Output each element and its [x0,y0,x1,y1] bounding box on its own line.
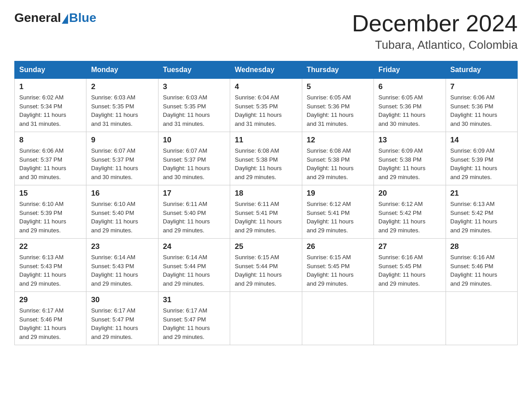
day-info: Sunrise: 6:08 AMSunset: 5:38 PMDaylight:… [307,146,369,181]
day-info: Sunrise: 6:14 AMSunset: 5:43 PMDaylight:… [91,253,153,288]
day-number: 26 [307,242,369,251]
header-thursday: Thursday [302,61,373,79]
calendar-cell: 5Sunrise: 6:05 AMSunset: 5:36 PMDaylight… [302,79,373,132]
week-row-1: 1Sunrise: 6:02 AMSunset: 5:34 PMDaylight… [15,79,518,132]
page-title: December 2024 [352,11,518,36]
calendar-cell: 12Sunrise: 6:08 AMSunset: 5:38 PMDayligh… [302,132,373,185]
day-number: 11 [235,136,297,145]
day-number: 28 [450,242,513,251]
day-info: Sunrise: 6:12 AMSunset: 5:41 PMDaylight:… [307,200,369,235]
day-number: 5 [307,82,369,91]
day-number: 22 [19,242,82,251]
day-info: Sunrise: 6:16 AMSunset: 5:45 PMDaylight:… [378,253,441,288]
day-number: 2 [91,82,153,91]
day-info: Sunrise: 6:14 AMSunset: 5:44 PMDaylight:… [163,253,225,288]
calendar-cell: 30Sunrise: 6:17 AMSunset: 5:47 PMDayligh… [86,292,158,345]
day-number: 16 [91,189,153,198]
header-tuesday: Tuesday [158,61,230,79]
calendar-cell: 1Sunrise: 6:02 AMSunset: 5:34 PMDaylight… [15,79,86,132]
calendar-cell: 15Sunrise: 6:10 AMSunset: 5:39 PMDayligh… [15,185,86,239]
day-info: Sunrise: 6:13 AMSunset: 5:42 PMDaylight:… [450,200,513,235]
page-subtitle: Tubara, Atlantico, Colombia [352,38,518,52]
calendar-cell: 31Sunrise: 6:17 AMSunset: 5:47 PMDayligh… [158,292,230,345]
calendar-cell: 9Sunrise: 6:07 AMSunset: 5:37 PMDaylight… [86,132,158,185]
calendar-header: SundayMondayTuesdayWednesdayThursdayFrid… [15,61,518,79]
page-header: General Blue December 2024 Tubara, Atlan… [14,11,518,52]
day-info: Sunrise: 6:17 AMSunset: 5:47 PMDaylight:… [91,306,153,341]
calendar-cell [302,292,373,345]
day-number: 17 [163,189,225,198]
day-info: Sunrise: 6:03 AMSunset: 5:35 PMDaylight:… [163,93,225,128]
calendar-cell: 8Sunrise: 6:06 AMSunset: 5:37 PMDaylight… [15,132,86,185]
calendar-cell: 25Sunrise: 6:15 AMSunset: 5:44 PMDayligh… [230,239,302,292]
day-info: Sunrise: 6:04 AMSunset: 5:35 PMDaylight:… [235,93,297,128]
header-monday: Monday [86,61,158,79]
calendar-cell: 4Sunrise: 6:04 AMSunset: 5:35 PMDaylight… [230,79,302,132]
logo: General Blue [14,11,96,25]
calendar-cell: 3Sunrise: 6:03 AMSunset: 5:35 PMDaylight… [158,79,230,132]
calendar-cell: 11Sunrise: 6:08 AMSunset: 5:38 PMDayligh… [230,132,302,185]
header-friday: Friday [374,61,446,79]
day-number: 4 [235,82,297,91]
day-info: Sunrise: 6:15 AMSunset: 5:45 PMDaylight:… [307,253,369,288]
day-number: 30 [91,295,153,304]
day-number: 1 [19,82,82,91]
logo-blue-text: Blue [69,11,96,25]
day-info: Sunrise: 6:11 AMSunset: 5:41 PMDaylight:… [235,200,297,235]
day-number: 9 [91,136,153,145]
day-number: 27 [378,242,441,251]
calendar-cell: 29Sunrise: 6:17 AMSunset: 5:46 PMDayligh… [15,292,86,345]
day-number: 7 [450,82,513,91]
day-info: Sunrise: 6:07 AMSunset: 5:37 PMDaylight:… [91,146,153,181]
calendar-cell: 24Sunrise: 6:14 AMSunset: 5:44 PMDayligh… [158,239,230,292]
calendar-cell: 27Sunrise: 6:16 AMSunset: 5:45 PMDayligh… [374,239,446,292]
day-number: 14 [450,136,513,145]
header-saturday: Saturday [446,61,517,79]
day-number: 10 [163,136,225,145]
calendar-cell: 16Sunrise: 6:10 AMSunset: 5:40 PMDayligh… [86,185,158,239]
calendar-table: SundayMondayTuesdayWednesdayThursdayFrid… [14,61,518,345]
week-row-5: 29Sunrise: 6:17 AMSunset: 5:46 PMDayligh… [15,292,518,345]
calendar-cell: 21Sunrise: 6:13 AMSunset: 5:42 PMDayligh… [446,185,517,239]
day-number: 19 [307,189,369,198]
day-info: Sunrise: 6:05 AMSunset: 5:36 PMDaylight:… [378,93,441,128]
day-info: Sunrise: 6:07 AMSunset: 5:37 PMDaylight:… [163,146,225,181]
calendar-cell: 17Sunrise: 6:11 AMSunset: 5:40 PMDayligh… [158,185,230,239]
day-info: Sunrise: 6:02 AMSunset: 5:34 PMDaylight:… [19,93,82,128]
calendar-cell: 7Sunrise: 6:06 AMSunset: 5:36 PMDaylight… [446,79,517,132]
day-info: Sunrise: 6:17 AMSunset: 5:46 PMDaylight:… [19,306,82,341]
day-info: Sunrise: 6:05 AMSunset: 5:36 PMDaylight:… [307,93,369,128]
day-info: Sunrise: 6:10 AMSunset: 5:39 PMDaylight:… [19,200,82,235]
calendar-cell: 10Sunrise: 6:07 AMSunset: 5:37 PMDayligh… [158,132,230,185]
day-number: 6 [378,82,441,91]
day-info: Sunrise: 6:11 AMSunset: 5:40 PMDaylight:… [163,200,225,235]
day-info: Sunrise: 6:12 AMSunset: 5:42 PMDaylight:… [378,200,441,235]
day-number: 24 [163,242,225,251]
day-info: Sunrise: 6:15 AMSunset: 5:44 PMDaylight:… [235,253,297,288]
header-wednesday: Wednesday [230,61,302,79]
day-info: Sunrise: 6:09 AMSunset: 5:39 PMDaylight:… [450,146,513,181]
calendar-cell: 6Sunrise: 6:05 AMSunset: 5:36 PMDaylight… [374,79,446,132]
calendar-cell [374,292,446,345]
calendar-cell: 14Sunrise: 6:09 AMSunset: 5:39 PMDayligh… [446,132,517,185]
day-info: Sunrise: 6:08 AMSunset: 5:38 PMDaylight:… [235,146,297,181]
calendar-cell: 23Sunrise: 6:14 AMSunset: 5:43 PMDayligh… [86,239,158,292]
day-number: 15 [19,189,82,198]
day-info: Sunrise: 6:17 AMSunset: 5:47 PMDaylight:… [163,306,225,341]
day-number: 23 [91,242,153,251]
day-info: Sunrise: 6:09 AMSunset: 5:38 PMDaylight:… [378,146,441,181]
day-info: Sunrise: 6:06 AMSunset: 5:36 PMDaylight:… [450,93,513,128]
day-info: Sunrise: 6:06 AMSunset: 5:37 PMDaylight:… [19,146,82,181]
week-row-2: 8Sunrise: 6:06 AMSunset: 5:37 PMDaylight… [15,132,518,185]
day-number: 18 [235,189,297,198]
day-number: 21 [450,189,513,198]
day-number: 13 [378,136,441,145]
day-info: Sunrise: 6:03 AMSunset: 5:35 PMDaylight:… [91,93,153,128]
calendar-cell: 26Sunrise: 6:15 AMSunset: 5:45 PMDayligh… [302,239,373,292]
week-row-3: 15Sunrise: 6:10 AMSunset: 5:39 PMDayligh… [15,185,518,239]
day-number: 31 [163,295,225,304]
day-info: Sunrise: 6:13 AMSunset: 5:43 PMDaylight:… [19,253,82,288]
calendar-cell: 19Sunrise: 6:12 AMSunset: 5:41 PMDayligh… [302,185,373,239]
day-number: 20 [378,189,441,198]
logo-general-text: General [14,11,61,25]
